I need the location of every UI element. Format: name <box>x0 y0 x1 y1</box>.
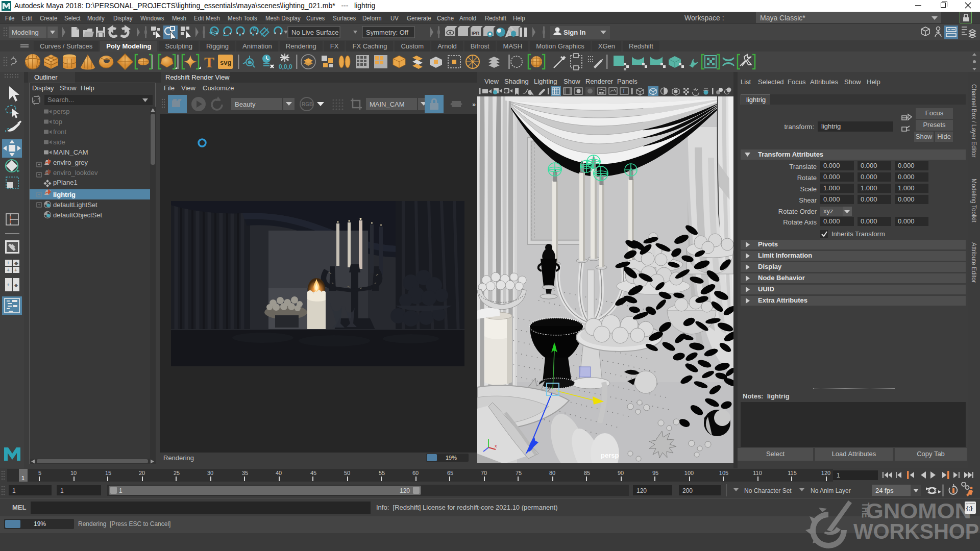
svg-text:◆: ◆ <box>14 283 18 288</box>
svg-text:No Character Set: No Character Set <box>744 487 792 494</box>
svg-text:enviro_lookdev: enviro_lookdev <box>53 169 98 177</box>
svg-text:1: 1 <box>119 487 122 494</box>
svg-text:defaultLightSet: defaultLightSet <box>53 201 97 209</box>
svg-text:Sign In: Sign In <box>564 29 585 36</box>
svg-text:side: side <box>53 138 65 146</box>
svg-text:front: front <box>53 128 66 136</box>
svg-text:»: » <box>472 101 476 108</box>
svg-text:persp: persp <box>601 452 619 459</box>
svg-text:115: 115 <box>788 470 797 476</box>
svg-text:20: 20 <box>139 470 145 476</box>
svg-text:RGB: RGB <box>302 102 313 107</box>
svg-text:+: + <box>7 282 10 288</box>
svg-text:1: 1 <box>21 475 24 481</box>
svg-text:MAIN_CAM: MAIN_CAM <box>370 101 405 108</box>
svg-text:60: 60 <box>412 470 419 476</box>
svg-text:x: x <box>495 443 497 448</box>
svg-text:◆: ◆ <box>14 260 18 266</box>
svg-text:95: 95 <box>652 470 658 476</box>
svg-text:80: 80 <box>549 470 555 476</box>
svg-text:45: 45 <box>310 470 316 476</box>
svg-text:25: 25 <box>174 470 180 476</box>
svg-text:70: 70 <box>481 470 487 476</box>
svg-text:enviro_grey: enviro_grey <box>53 159 88 166</box>
svg-text:100: 100 <box>684 470 694 476</box>
svg-text:IPR: IPR <box>472 31 480 36</box>
svg-text:1: 1 <box>837 472 840 479</box>
svg-text:+: + <box>7 267 10 273</box>
svg-text:15: 15 <box>105 470 111 476</box>
svg-text:1: 1 <box>60 487 64 494</box>
svg-text:+: + <box>7 260 10 266</box>
svg-text:55: 55 <box>379 470 385 476</box>
svg-text:85: 85 <box>584 470 590 476</box>
svg-text:110: 110 <box>753 470 762 476</box>
svg-text:Modeling: Modeling <box>12 29 39 36</box>
svg-text:24 fps: 24 fps <box>875 487 894 494</box>
svg-text:No Anim Layer: No Anim Layer <box>811 487 851 494</box>
svg-text:pPlane1: pPlane1 <box>53 179 78 186</box>
svg-text:10: 10 <box>70 470 77 476</box>
svg-text:T: T <box>622 88 625 94</box>
svg-text:30: 30 <box>207 470 213 476</box>
svg-text:90: 90 <box>618 470 624 476</box>
svg-text:65: 65 <box>447 470 453 476</box>
svg-text:35: 35 <box>242 470 248 476</box>
svg-text:40: 40 <box>276 470 282 476</box>
svg-text:Symmetry: Off: Symmetry: Off <box>366 29 408 36</box>
svg-text:defaultObjectSet: defaultObjectSet <box>53 211 103 219</box>
svg-text:persp: persp <box>53 108 70 115</box>
svg-text:120: 120 <box>400 487 410 494</box>
svg-text:Beauty: Beauty <box>235 101 256 108</box>
svg-text:1: 1 <box>12 487 16 494</box>
svg-text:50: 50 <box>344 470 350 476</box>
svg-text:svg: svg <box>220 59 231 66</box>
svg-text:105: 105 <box>719 470 728 476</box>
svg-text:0,0,0: 0,0,0 <box>279 63 292 70</box>
svg-text:120: 120 <box>636 487 647 494</box>
svg-text:T: T <box>204 54 214 70</box>
svg-text:lightrig: lightrig <box>53 191 76 198</box>
svg-text:+: + <box>14 267 17 273</box>
svg-text:top: top <box>53 118 62 126</box>
svg-text:5: 5 <box>38 470 41 476</box>
svg-text:No Live Surface: No Live Surface <box>291 29 339 36</box>
svg-text:WORKSHOP: WORKSHOP <box>853 519 979 543</box>
svg-text:MAIN_CAM: MAIN_CAM <box>53 148 88 156</box>
svg-text:200: 200 <box>682 487 693 494</box>
svg-text:75: 75 <box>516 470 522 476</box>
svg-text:120: 120 <box>821 470 830 476</box>
